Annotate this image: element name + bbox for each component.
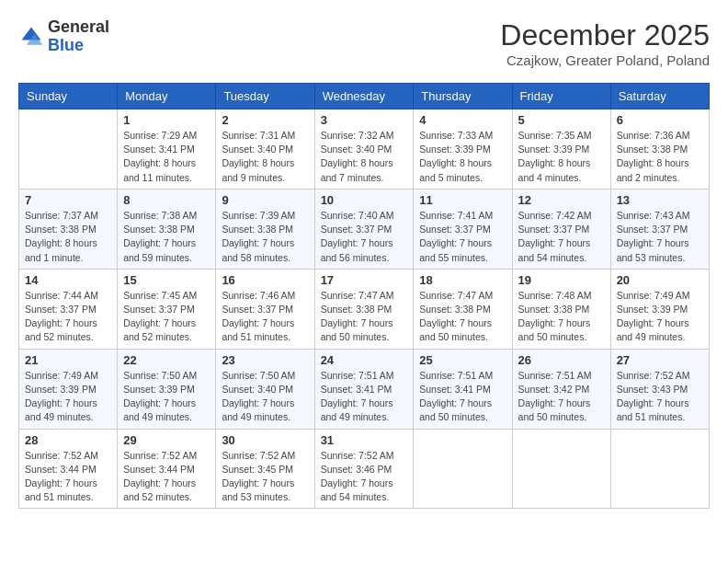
col-header-thursday: Thursday [414, 84, 512, 109]
day-number: 30 [222, 433, 308, 447]
day-number: 5 [518, 113, 605, 127]
day-info: Sunrise: 7:52 AM Sunset: 3:44 PM Dayligh… [25, 449, 111, 505]
calendar-cell [414, 429, 512, 509]
logo: General Blue [18, 18, 109, 55]
calendar-cell: 26Sunrise: 7:51 AM Sunset: 3:42 PM Dayli… [512, 349, 610, 429]
day-number: 12 [518, 193, 605, 207]
day-number: 25 [419, 353, 506, 367]
day-number: 2 [222, 113, 308, 127]
day-info: Sunrise: 7:52 AM Sunset: 3:46 PM Dayligh… [321, 449, 408, 505]
day-number: 14 [25, 273, 111, 287]
day-info: Sunrise: 7:47 AM Sunset: 3:38 PM Dayligh… [321, 289, 408, 345]
day-info: Sunrise: 7:36 AM Sunset: 3:38 PM Dayligh… [617, 129, 703, 185]
day-number: 7 [25, 193, 111, 207]
calendar-cell: 12Sunrise: 7:42 AM Sunset: 3:37 PM Dayli… [512, 189, 610, 269]
col-header-saturday: Saturday [610, 84, 709, 109]
calendar-week-row: 1Sunrise: 7:29 AM Sunset: 3:41 PM Daylig… [19, 109, 710, 190]
day-number: 27 [617, 353, 703, 367]
day-info: Sunrise: 7:29 AM Sunset: 3:41 PM Dayligh… [123, 129, 210, 185]
calendar-cell: 24Sunrise: 7:51 AM Sunset: 3:41 PM Dayli… [314, 349, 414, 429]
calendar-cell: 10Sunrise: 7:40 AM Sunset: 3:37 PM Dayli… [314, 189, 414, 269]
day-info: Sunrise: 7:44 AM Sunset: 3:37 PM Dayligh… [25, 289, 111, 345]
calendar-cell: 8Sunrise: 7:38 AM Sunset: 3:38 PM Daylig… [118, 189, 216, 269]
day-number: 21 [25, 353, 111, 367]
day-info: Sunrise: 7:37 AM Sunset: 3:38 PM Dayligh… [25, 209, 111, 265]
day-number: 10 [321, 193, 408, 207]
calendar-cell: 7Sunrise: 7:37 AM Sunset: 3:38 PM Daylig… [19, 189, 118, 269]
day-number: 28 [25, 433, 111, 447]
day-number: 9 [222, 193, 308, 207]
day-number: 6 [617, 113, 703, 127]
day-info: Sunrise: 7:52 AM Sunset: 3:44 PM Dayligh… [123, 449, 210, 505]
month-title: December 2025 [500, 18, 710, 52]
day-info: Sunrise: 7:42 AM Sunset: 3:37 PM Dayligh… [518, 209, 605, 265]
calendar-cell: 18Sunrise: 7:47 AM Sunset: 3:38 PM Dayli… [414, 269, 512, 349]
day-info: Sunrise: 7:49 AM Sunset: 3:39 PM Dayligh… [25, 369, 111, 425]
calendar-cell: 9Sunrise: 7:39 AM Sunset: 3:38 PM Daylig… [216, 189, 314, 269]
day-info: Sunrise: 7:32 AM Sunset: 3:40 PM Dayligh… [321, 129, 408, 185]
title-block: December 2025 Czajkow, Greater Poland, P… [500, 18, 710, 68]
day-number: 11 [419, 193, 506, 207]
day-info: Sunrise: 7:52 AM Sunset: 3:45 PM Dayligh… [222, 449, 308, 505]
calendar-cell: 6Sunrise: 7:36 AM Sunset: 3:38 PM Daylig… [610, 109, 709, 190]
calendar-cell [19, 109, 118, 190]
calendar-cell: 5Sunrise: 7:35 AM Sunset: 3:39 PM Daylig… [512, 109, 610, 190]
day-number: 15 [123, 273, 210, 287]
calendar-cell: 3Sunrise: 7:32 AM Sunset: 3:40 PM Daylig… [314, 109, 414, 190]
logo-general-text: General [48, 18, 109, 37]
day-info: Sunrise: 7:50 AM Sunset: 3:40 PM Dayligh… [222, 369, 308, 425]
calendar-table: SundayMondayTuesdayWednesdayThursdayFrid… [18, 83, 710, 509]
calendar-cell [610, 429, 709, 509]
calendar-cell: 29Sunrise: 7:52 AM Sunset: 3:44 PM Dayli… [118, 429, 216, 509]
calendar-cell [512, 429, 610, 509]
day-number: 22 [123, 353, 210, 367]
day-info: Sunrise: 7:49 AM Sunset: 3:39 PM Dayligh… [617, 289, 703, 345]
day-info: Sunrise: 7:31 AM Sunset: 3:40 PM Dayligh… [222, 129, 308, 185]
day-info: Sunrise: 7:52 AM Sunset: 3:43 PM Dayligh… [617, 369, 703, 425]
day-info: Sunrise: 7:47 AM Sunset: 3:38 PM Dayligh… [419, 289, 506, 345]
location-text: Czajkow, Greater Poland, Poland [500, 52, 710, 68]
day-number: 18 [419, 273, 506, 287]
day-info: Sunrise: 7:35 AM Sunset: 3:39 PM Dayligh… [518, 129, 605, 185]
day-info: Sunrise: 7:41 AM Sunset: 3:37 PM Dayligh… [419, 209, 506, 265]
day-number: 17 [321, 273, 408, 287]
day-number: 3 [321, 113, 408, 127]
calendar-cell: 11Sunrise: 7:41 AM Sunset: 3:37 PM Dayli… [414, 189, 512, 269]
calendar-cell: 23Sunrise: 7:50 AM Sunset: 3:40 PM Dayli… [216, 349, 314, 429]
calendar-cell: 2Sunrise: 7:31 AM Sunset: 3:40 PM Daylig… [216, 109, 314, 190]
calendar-cell: 1Sunrise: 7:29 AM Sunset: 3:41 PM Daylig… [118, 109, 216, 190]
day-info: Sunrise: 7:40 AM Sunset: 3:37 PM Dayligh… [321, 209, 408, 265]
day-number: 24 [321, 353, 408, 367]
day-info: Sunrise: 7:51 AM Sunset: 3:41 PM Dayligh… [321, 369, 408, 425]
calendar-cell: 21Sunrise: 7:49 AM Sunset: 3:39 PM Dayli… [19, 349, 118, 429]
day-number: 19 [518, 273, 605, 287]
logo-text: General Blue [48, 18, 109, 55]
calendar-cell: 30Sunrise: 7:52 AM Sunset: 3:45 PM Dayli… [216, 429, 314, 509]
day-number: 20 [617, 273, 703, 287]
day-info: Sunrise: 7:51 AM Sunset: 3:42 PM Dayligh… [518, 369, 605, 425]
day-info: Sunrise: 7:39 AM Sunset: 3:38 PM Dayligh… [222, 209, 308, 265]
day-number: 4 [419, 113, 506, 127]
day-info: Sunrise: 7:46 AM Sunset: 3:37 PM Dayligh… [222, 289, 308, 345]
calendar-week-row: 21Sunrise: 7:49 AM Sunset: 3:39 PM Dayli… [19, 349, 710, 429]
calendar-cell: 22Sunrise: 7:50 AM Sunset: 3:39 PM Dayli… [118, 349, 216, 429]
calendar-cell: 28Sunrise: 7:52 AM Sunset: 3:44 PM Dayli… [19, 429, 118, 509]
page-header: General Blue December 2025 Czajkow, Grea… [18, 18, 710, 68]
calendar-cell: 19Sunrise: 7:48 AM Sunset: 3:38 PM Dayli… [512, 269, 610, 349]
logo-blue-text: Blue [48, 37, 109, 55]
calendar-cell: 15Sunrise: 7:45 AM Sunset: 3:37 PM Dayli… [118, 269, 216, 349]
calendar-cell: 20Sunrise: 7:49 AM Sunset: 3:39 PM Dayli… [610, 269, 709, 349]
day-info: Sunrise: 7:51 AM Sunset: 3:41 PM Dayligh… [419, 369, 506, 425]
col-header-tuesday: Tuesday [216, 84, 314, 109]
day-number: 1 [123, 113, 210, 127]
day-number: 23 [222, 353, 308, 367]
day-number: 31 [321, 433, 408, 447]
calendar-week-row: 14Sunrise: 7:44 AM Sunset: 3:37 PM Dayli… [19, 269, 710, 349]
calendar-header-row: SundayMondayTuesdayWednesdayThursdayFrid… [19, 84, 710, 109]
col-header-monday: Monday [118, 84, 216, 109]
logo-icon [18, 24, 44, 50]
col-header-sunday: Sunday [19, 84, 118, 109]
calendar-cell: 14Sunrise: 7:44 AM Sunset: 3:37 PM Dayli… [19, 269, 118, 349]
calendar-week-row: 7Sunrise: 7:37 AM Sunset: 3:38 PM Daylig… [19, 189, 710, 269]
calendar-week-row: 28Sunrise: 7:52 AM Sunset: 3:44 PM Dayli… [19, 429, 710, 509]
